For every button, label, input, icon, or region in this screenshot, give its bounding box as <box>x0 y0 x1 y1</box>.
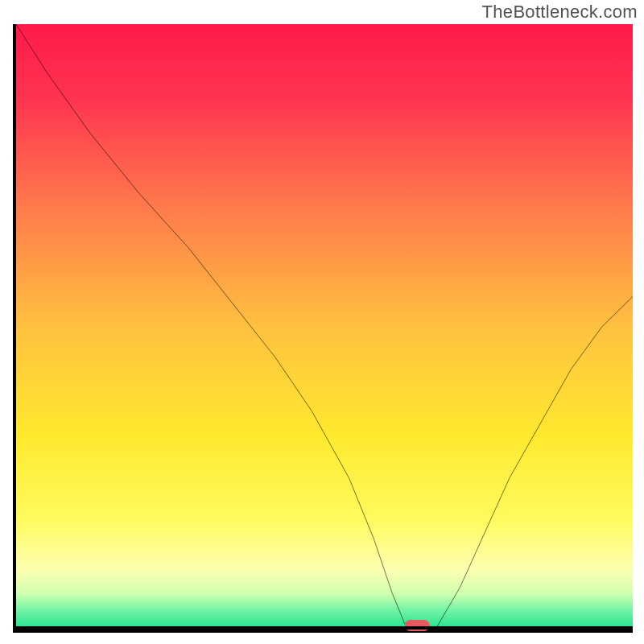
attribution-text: TheBottleneck.com <box>482 2 638 23</box>
plot-area <box>13 24 633 633</box>
chart-page: TheBottleneck.com <box>0 0 644 644</box>
bottleneck-curve <box>16 24 633 630</box>
x-axis <box>16 626 633 630</box>
